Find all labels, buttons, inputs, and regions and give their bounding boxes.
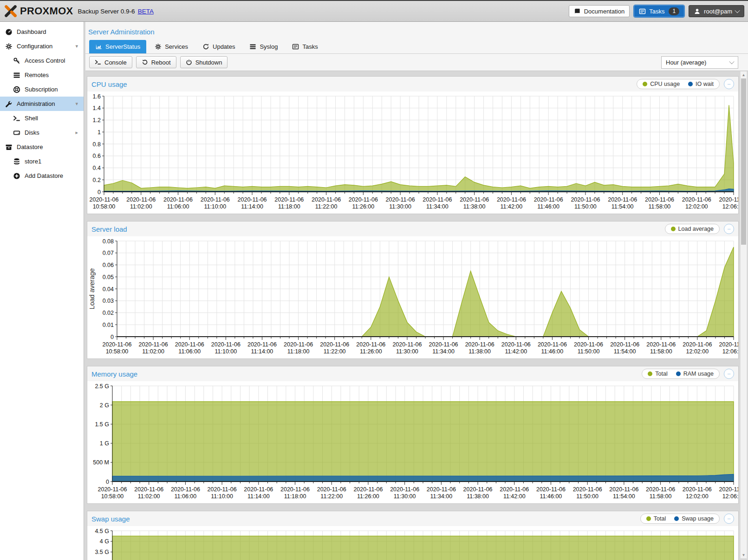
svg-text:2020-11-06: 2020-11-06 (280, 486, 310, 493)
sidebar-item-datastore[interactable]: Datastore (0, 140, 84, 154)
legend-item[interactable]: RAM usage (676, 371, 714, 377)
svg-text:2020-11-06: 2020-11-06 (574, 341, 603, 348)
sidebar-item-administration[interactable]: Administration▾ (0, 97, 84, 111)
sidebar-item-shell[interactable]: Shell (0, 111, 84, 125)
vertical-scrollbar[interactable]: ▲ ▼ (740, 71, 747, 559)
beta-link[interactable]: BETA (138, 8, 154, 15)
tasks-button[interactable]: Tasks 1 (634, 5, 684, 17)
tab-serverstatus[interactable]: ServerStatus (89, 40, 146, 53)
reboot-button[interactable]: Reboot (136, 56, 176, 68)
scroll-thumb[interactable] (741, 78, 746, 245)
sidebar-item-label: Remotes (25, 72, 49, 78)
sidebar-item-label: Datastore (17, 143, 43, 150)
memory-usage-chart: 0500 M1 G1.5 G2 G2.5 G2020-11-0610:58:00… (87, 381, 738, 503)
legend-item[interactable]: IO wait (688, 81, 714, 87)
svg-text:11:50:00: 11:50:00 (574, 203, 597, 210)
sidebar: DashboardConfiguration▾Access ControlRem… (0, 22, 84, 560)
chevron-down-icon[interactable]: ▾ (75, 43, 78, 49)
collapse-panel-icon[interactable]: − (724, 224, 734, 234)
server-load-panel: Server load Load average − 00.010.020.03… (87, 221, 739, 359)
tab-services[interactable]: Services (149, 40, 194, 53)
shutdown-button[interactable]: Shutdown (180, 56, 228, 68)
sidebar-item-store1[interactable]: store1 (0, 154, 84, 169)
svg-text:11:02:00: 11:02:00 (142, 348, 164, 355)
gears-icon (5, 43, 13, 50)
sidebar-item-disks[interactable]: Disks▸ (0, 125, 84, 140)
collapse-panel-icon[interactable]: − (724, 369, 734, 379)
svg-text:2020-11-06: 2020-11-06 (645, 196, 674, 203)
svg-text:2020-11-06: 2020-11-06 (719, 341, 738, 348)
tab-label: Syslog (260, 43, 278, 50)
legend: CPU usageIO wait (637, 79, 720, 89)
legend-item[interactable]: Total (646, 515, 666, 522)
sidebar-item-dashboard[interactable]: Dashboard (0, 25, 84, 39)
chevron-right-icon[interactable]: ▸ (75, 130, 78, 136)
svg-text:2020-11-06: 2020-11-06 (423, 196, 452, 203)
collapse-panel-icon[interactable]: − (724, 514, 734, 524)
sidebar-item-label: Shell (25, 115, 38, 122)
svg-text:2020-11-06: 2020-11-06 (126, 196, 156, 203)
sidebar-item-add-datastore[interactable]: Add Datastore (0, 169, 84, 183)
svg-text:2020-11-06: 2020-11-06 (460, 196, 489, 203)
tab-syslog[interactable]: Syslog (243, 40, 284, 53)
svg-text:2020-11-06: 2020-11-06 (102, 341, 131, 348)
scroll-down-arrow[interactable]: ▼ (741, 552, 747, 558)
svg-text:2020-11-06: 2020-11-06 (427, 486, 456, 493)
legend-item[interactable]: Load average (671, 226, 714, 232)
svg-text:11:06:00: 11:06:00 (175, 493, 197, 500)
sidebar-item-remotes[interactable]: Remotes (0, 68, 84, 82)
svg-text:2020-11-06: 2020-11-06 (317, 486, 346, 493)
tab-tasks[interactable]: Tasks (286, 40, 324, 53)
sidebar-item-subscription[interactable]: Subscription (0, 82, 84, 97)
tab-bar: ServerStatusServicesUpdatesSyslogTasks (85, 40, 748, 54)
svg-text:10:58:00: 10:58:00 (101, 493, 124, 500)
sidebar-item-label: store1 (25, 158, 41, 165)
cpu-usage-panel: CPU usage CPU usageIO wait − 00.20.40.60… (87, 76, 739, 214)
chevron-down-icon[interactable]: ▾ (75, 101, 78, 107)
time-range-select[interactable]: Hour (average) (661, 56, 738, 69)
legend-item[interactable]: Total (648, 371, 667, 377)
gears-icon (155, 43, 162, 50)
user-label: root@pam (704, 8, 732, 15)
proxmox-logo-icon (4, 4, 18, 18)
svg-text:11:58:00: 11:58:00 (650, 348, 672, 355)
tasks-count-badge: 1 (669, 7, 679, 15)
scroll-up-arrow[interactable]: ▲ (741, 72, 747, 78)
svg-text:2020-11-06: 2020-11-06 (208, 486, 237, 493)
time-range-value: Hour (average) (666, 59, 706, 66)
svg-text:2020-11-06: 2020-11-06 (320, 341, 349, 348)
legend: Load average (665, 224, 720, 234)
sidebar-item-configuration[interactable]: Configuration▾ (0, 39, 84, 53)
sidebar-item-label: Administration (17, 100, 55, 107)
svg-text:0.05: 0.05 (103, 274, 114, 280)
tab-updates[interactable]: Updates (196, 40, 241, 53)
svg-text:11:26:00: 11:26:00 (357, 493, 379, 500)
panel-title: Swap usage (91, 515, 640, 523)
legend-item[interactable]: CPU usage (643, 81, 680, 87)
svg-text:11:38:00: 11:38:00 (467, 493, 489, 500)
sidebar-item-access-control[interactable]: Access Control (0, 53, 84, 68)
svg-text:11:22:00: 11:22:00 (320, 493, 343, 500)
brand-text: PROXMOX (20, 5, 73, 17)
chart-icon (95, 43, 102, 50)
legend-dot (648, 371, 652, 376)
svg-text:11:34:00: 11:34:00 (430, 493, 452, 500)
svg-text:0.04: 0.04 (103, 286, 114, 293)
svg-text:10:58:00: 10:58:00 (93, 203, 116, 210)
console-button[interactable]: Console (89, 56, 132, 68)
svg-text:2020-11-06: 2020-11-06 (465, 341, 494, 348)
svg-text:11:54:00: 11:54:00 (613, 493, 635, 500)
svg-text:2020-11-06: 2020-11-06 (89, 196, 118, 203)
svg-text:0.07: 0.07 (103, 250, 114, 256)
svg-text:2020-11-06: 2020-11-06 (500, 486, 529, 493)
legend-dot (676, 371, 681, 376)
user-menu-button[interactable]: root@pam (689, 5, 744, 17)
documentation-button[interactable]: Documentation (569, 5, 630, 17)
server-load-chart: 00.010.020.030.040.050.060.070.082020-11… (87, 236, 738, 358)
legend-item[interactable]: Swap usage (674, 515, 714, 522)
collapse-panel-icon[interactable]: − (724, 79, 734, 89)
svg-text:2020-11-06: 2020-11-06 (463, 486, 493, 493)
svg-text:2020-11-06: 2020-11-06 (211, 341, 241, 348)
page-title: Server Administration (85, 22, 748, 40)
shutdown-label: Shutdown (195, 59, 222, 66)
